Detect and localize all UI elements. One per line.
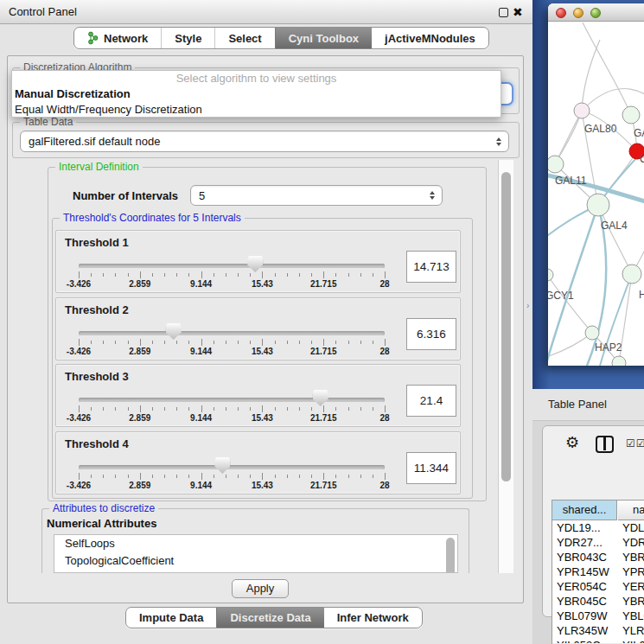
number-of-intervals-label: Number of Intervals [73,189,178,202]
threshold-4-slider-track[interactable] [79,465,385,469]
threshold-1-slider-track[interactable] [79,264,385,268]
thresholds-group-title: Threshold's Coordinates for 5 Intervals [60,212,245,224]
tick-label: 2.859 [129,347,150,356]
tab-network[interactable]: Network [74,28,161,48]
combobox-arrows-icon [430,191,435,200]
slider-thumb[interactable] [247,256,263,272]
table-row[interactable]: YBR043CYBR0 [552,550,644,564]
slider-thumb[interactable] [313,390,328,406]
table-panel-body: ⚙ ☑☑ shared... na YDL19...YDL1 YDR27...Y… [542,425,644,617]
threshold-3-panel: Threshold 3 -3.426 2.859 9.144 15.43 21.… [55,364,461,427]
table-row[interactable]: YLR345WYLR3 [552,623,644,638]
slider-ruler [79,271,385,278]
column-header-name[interactable]: na [618,501,644,520]
slider-thumb[interactable] [214,457,230,474]
network-node [622,265,641,284]
dropdown-option-manual-discretization[interactable]: Manual Discretization [12,86,501,102]
gear-icon[interactable]: ⚙ [565,434,579,451]
tick-label: -3.426 [67,279,91,289]
network-desktop: GAL80 GA GAL11 C GAL4 GCY1 H HAP2 [532,0,644,389]
tab-style[interactable]: Style [161,28,214,48]
threshold-4-value-field[interactable]: 11.344 [406,452,456,484]
window-minimize-icon[interactable] [573,8,583,18]
network-node-label: GAL11 [555,175,587,187]
number-of-intervals-combobox[interactable]: 5 [190,185,443,206]
threshold-4-label: Threshold 4 [65,437,129,450]
float-panel-icon[interactable] [499,8,508,17]
network-node [585,326,599,340]
tab-cyni-toolbox[interactable]: Cyni Toolbox [275,28,372,48]
tick-label: 15.43 [252,347,273,356]
attributes-group-title: Attributes to discretize [49,502,158,514]
settings-scrollbar-thumb[interactable] [501,172,511,481]
apply-button[interactable]: Apply [232,579,289,598]
tick-label: 9.144 [190,279,212,289]
control-panel-titlebar: Control Panel ✖ [0,0,532,24]
threshold-2-label: Threshold 2 [65,303,129,316]
table-data-combobox[interactable]: galFiltered.sif default node [20,131,509,152]
threshold-1-panel: Threshold 1 -3.426 2.859 9.144 15.43 21.… [55,230,461,293]
network-node-label: C [640,153,644,165]
threshold-3-slider-track[interactable] [79,398,385,402]
tick-label: 21.715 [310,279,337,289]
tab-infer-network[interactable]: Infer Network [324,608,422,628]
settings-scrollbar[interactable] [498,160,513,573]
table-data-group: Table Data galFiltered.sif default node [12,122,520,158]
list-item[interactable]: BetweennessCentrality [54,570,457,573]
tick-label: 9.144 [190,347,212,356]
table-data-combobox-value: galFiltered.sif default node [29,131,488,151]
network-node-label: GAL4 [601,220,628,232]
table-row[interactable]: YER054CYER0 [552,579,644,594]
cyni-mode-tabs: Impute Data Discretize Data Infer Networ… [125,607,423,628]
tab-impute-data[interactable]: Impute Data [126,608,216,628]
threshold-3-value-field[interactable]: 21.4 [406,385,456,417]
table-row[interactable]: YDL19...YDL1 [552,520,644,535]
slider-ruler [79,339,385,346]
tick-label: 28 [379,413,389,423]
application-window: Control Panel ✖ Network Style Select Cyn… [0,0,644,644]
close-panel-icon[interactable]: ✖ [513,4,523,20]
list-item[interactable]: TopologicalCoefficient [54,552,457,570]
tick-label: 21.715 [310,413,337,423]
table-row[interactable]: YBR045CYBR0 [552,594,644,609]
window-close-icon[interactable] [556,8,566,18]
tick-label: 28 [379,481,389,490]
tick-label: -3.426 [67,413,91,423]
node-table: shared... na YDL19...YDL1 YDR27...YDR2 Y… [552,500,644,644]
splitter-collapse-icon[interactable]: › [526,301,529,310]
tab-discretize-data[interactable]: Discretize Data [216,608,323,628]
network-node [548,269,553,281]
window-zoom-icon[interactable] [590,8,601,18]
numerical-attributes-list: SelfLoops TopologicalCoefficient Between… [54,534,458,573]
threshold-1-value-field[interactable]: 14.713 [406,251,456,283]
column-header-shared-name[interactable]: shared... [552,501,617,520]
tab-network-label: Network [104,32,148,45]
threshold-2-value-field[interactable]: 6.316 [406,318,456,350]
network-node-label: GAL80 [584,123,617,135]
list-item[interactable]: SelfLoops [54,535,457,552]
list-scrollbar[interactable] [446,538,455,573]
tick-label: 2.859 [129,413,150,423]
columns-icon[interactable] [596,436,614,453]
threshold-2-slider-track[interactable] [79,331,385,335]
tick-label: 15.43 [252,413,273,423]
control-panel-tabs: Network Style Select Cyni Toolbox jActiv… [73,27,489,49]
table-row[interactable]: YDR27...YDR2 [552,535,644,550]
slider-thumb[interactable] [166,323,182,340]
numerical-attributes-label: Numerical Attributes [47,517,156,530]
network-view-window[interactable]: GAL80 GA GAL11 C GAL4 GCY1 H HAP2 [548,3,644,366]
network-node-label: GCY1 [548,290,574,302]
number-of-intervals-value: 5 [199,186,421,206]
tab-select[interactable]: Select [214,28,274,48]
network-node [587,194,609,216]
checkbox-icons[interactable]: ☑☑ [626,437,644,450]
dropdown-prompt: Select algorithm to view settings [12,71,501,86]
table-row[interactable]: YPR145WYPR1 [552,564,644,579]
tick-label: 21.715 [310,481,337,490]
network-node-label: HAP2 [595,341,622,354]
table-panel: Table Panel ⚙ ☑☑ shared... na YDL19...YD… [532,389,644,644]
dropdown-option-equal-width-frequency[interactable]: Equal Width/Frequency Discretization [12,102,501,118]
table-row[interactable]: YBL079WYBL0 [552,609,644,623]
network-canvas[interactable]: GAL80 GA GAL11 C GAL4 GCY1 H HAP2 [548,22,644,366]
tab-jactivemnodules[interactable]: jActiveMNodules [372,28,488,48]
